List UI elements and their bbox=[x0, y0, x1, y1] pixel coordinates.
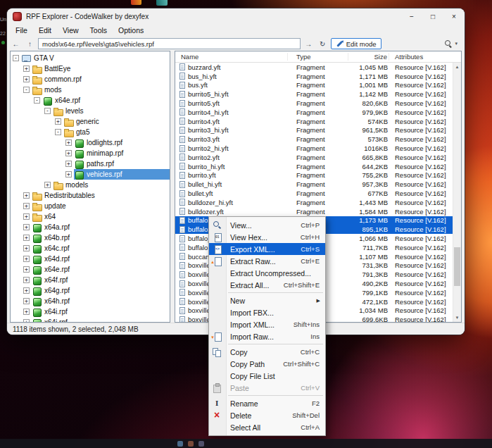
tree-item-x64f-rpf[interactable]: +x64f.rpf bbox=[11, 275, 170, 285]
tree-expander-icon[interactable]: - bbox=[23, 87, 30, 93]
menu-item-new[interactable]: New▶ bbox=[209, 294, 325, 306]
menu-file[interactable]: File bbox=[10, 24, 33, 37]
taskbar[interactable] bbox=[0, 439, 492, 448]
tree-item-generic[interactable]: +generic bbox=[11, 116, 170, 127]
taskbar-icon-2[interactable] bbox=[188, 441, 194, 447]
tree-item-x64b-rpf[interactable]: +x64b.rpf bbox=[11, 232, 170, 243]
tree-expander-icon[interactable]: + bbox=[44, 182, 51, 188]
tree-expander-icon[interactable]: + bbox=[23, 277, 30, 283]
tree-expander-icon[interactable]: + bbox=[23, 287, 30, 294]
tree-item-vehicles-rpf[interactable]: +vehicles.rpf bbox=[11, 169, 170, 180]
tree-item-x64[interactable]: +x64 bbox=[11, 211, 170, 222]
tree-expander-icon[interactable]: + bbox=[23, 309, 30, 315]
minimize-button[interactable]: − bbox=[401, 8, 422, 24]
tree-item-x64h-rpf[interactable]: +x64h.rpf bbox=[11, 296, 170, 306]
file-row-bulldozer-yft[interactable]: bulldozer.yftFragment1,584 MBResource [V… bbox=[175, 207, 453, 216]
file-row-buzzard-yft[interactable]: buzzard.yftFragment1,045 MBResource [V.1… bbox=[175, 63, 453, 72]
file-row-burrito-hi-yft[interactable]: burrito_hi.yftFragment644,2KBResource [V… bbox=[175, 162, 453, 171]
menu-item-extract-raw[interactable]: Extract Raw...Ctrl+E bbox=[209, 255, 325, 267]
close-button[interactable]: × bbox=[443, 8, 465, 24]
menu-item-import-raw[interactable]: Import Raw...Ins bbox=[209, 330, 325, 342]
maximize-button[interactable]: □ bbox=[422, 8, 443, 24]
tree-item-x64j-rpf[interactable]: +x64j.rpf bbox=[11, 317, 170, 323]
file-row-burrito-yft[interactable]: burrito.yftFragment755,2KBResource [V.16… bbox=[175, 171, 453, 180]
tree-expander-icon[interactable]: + bbox=[65, 150, 72, 156]
menu-item-copy-file-list[interactable]: Copy File List bbox=[209, 370, 325, 382]
edit-mode-button[interactable]: Edit mode bbox=[331, 38, 382, 49]
taskbar-icon-1[interactable] bbox=[177, 441, 183, 447]
file-row-burrito4-yft[interactable]: burrito4.yftFragment574KBResource [V.162… bbox=[175, 117, 453, 126]
tree-item-minimap-rpf[interactable]: +minimap.rpf bbox=[11, 148, 170, 158]
tree-item-redistributables[interactable]: +Redistributables bbox=[11, 190, 170, 201]
tree-expander-icon[interactable]: + bbox=[65, 139, 72, 146]
menu-item-paste[interactable]: PasteCtrl+V bbox=[209, 382, 325, 394]
menu-item-rename[interactable]: RenameF2 bbox=[209, 397, 325, 409]
menu-item-extract-all[interactable]: Extract All...Ctrl+Shift+E bbox=[209, 279, 325, 291]
tree-item-common-rpf[interactable]: +common.rpf bbox=[11, 74, 170, 85]
tree-item-lodlights-rpf[interactable]: +lodlights.rpf bbox=[11, 137, 170, 148]
file-row-bullet-yft[interactable]: bullet.yftFragment677KBResource [V.162] bbox=[175, 189, 453, 198]
tree-item-gta-v[interactable]: -GTA V bbox=[11, 53, 170, 63]
file-row-burrito2-yft[interactable]: burrito2.yftFragment665,8KBResource [V.1… bbox=[175, 153, 453, 162]
tree-item-x64d-rpf[interactable]: +x64d.rpf bbox=[11, 254, 170, 264]
column-header-name[interactable]: Name bbox=[175, 53, 288, 61]
file-row-burrito5-yft[interactable]: burrito5.yftFragment820,6KBResource [V.1… bbox=[175, 99, 453, 108]
menu-view[interactable]: View bbox=[57, 24, 84, 37]
file-row-burrito4-hi-yft[interactable]: burrito4_hi.yftFragment979,9KBResource [… bbox=[175, 108, 453, 117]
vertical-scrollbar[interactable] bbox=[453, 63, 461, 322]
tree-item-x64i-rpf[interactable]: +x64i.rpf bbox=[11, 306, 170, 317]
tree-item-x64e-rpf[interactable]: +x64e.rpf bbox=[11, 264, 170, 275]
tree-item-battleye[interactable]: +BattlEye bbox=[11, 63, 170, 74]
file-row-burrito2-hi-yft[interactable]: burrito2_hi.yftFragment1016KBResource [V… bbox=[175, 144, 453, 153]
tree-item-mods[interactable]: -mods bbox=[11, 85, 170, 95]
menu-edit[interactable]: Edit bbox=[33, 24, 57, 37]
file-row-bus-yft[interactable]: bus.yftFragment1,001 MBResource [V.162] bbox=[175, 81, 453, 90]
file-row-bulldozer-hi-yft[interactable]: bulldozer_hi.yftFragment1,443 MBResource… bbox=[175, 198, 453, 207]
search-button[interactable]: ▾ bbox=[445, 40, 462, 48]
scroll-up-icon[interactable] bbox=[453, 63, 461, 71]
tree-item-update[interactable]: +update bbox=[11, 201, 170, 211]
tree-expander-icon[interactable]: + bbox=[23, 245, 30, 251]
path-input[interactable]: mods\x64e.rpf\levels\gta5\vehicles.rpf bbox=[38, 38, 301, 49]
file-row-bus-hi-yft[interactable]: bus_hi.yftFragment1,171 MBResource [V.16… bbox=[175, 72, 453, 81]
tree-item-models[interactable]: +models bbox=[11, 180, 170, 190]
forward-button[interactable]: → bbox=[303, 38, 315, 49]
tree-expander-icon[interactable]: - bbox=[13, 55, 19, 61]
column-header-attributes[interactable]: Attributes bbox=[389, 53, 461, 61]
tree-expander-icon[interactable]: + bbox=[23, 192, 30, 199]
menu-item-import-fbx[interactable]: Import FBX... bbox=[209, 306, 325, 318]
up-button[interactable]: ↑ bbox=[24, 38, 36, 49]
tree-item-paths-rpf[interactable]: +paths.rpf bbox=[11, 158, 170, 169]
tree-expander-icon[interactable]: + bbox=[23, 224, 30, 230]
menu-item-import-xml[interactable]: Import XML...Shift+Ins bbox=[209, 318, 325, 330]
file-row-bullet-hi-yft[interactable]: bullet_hi.yftFragment957,3KBResource [V.… bbox=[175, 180, 453, 189]
taskbar-icon-3[interactable] bbox=[198, 441, 204, 447]
tree-expander-icon[interactable]: + bbox=[23, 298, 30, 304]
file-row-burrito3-hi-yft[interactable]: burrito3_hi.yftFragment961,5KBResource [… bbox=[175, 126, 453, 135]
menu-item-copy-path[interactable]: Copy PathCtrl+Shift+C bbox=[209, 358, 325, 370]
tree-item-x64g-rpf[interactable]: +x64g.rpf bbox=[11, 285, 170, 296]
tree-item-levels[interactable]: -levels bbox=[11, 106, 170, 116]
file-row-burrito3-yft[interactable]: burrito3.yftFragment573KBResource [V.162… bbox=[175, 135, 453, 144]
tree-item-x64e-rpf[interactable]: -x64e.rpf bbox=[11, 95, 170, 106]
tree-item-x64a-rpf[interactable]: +x64a.rpf bbox=[11, 222, 170, 232]
tree-expander-icon[interactable]: + bbox=[23, 256, 30, 262]
tree-expander-icon[interactable]: - bbox=[34, 97, 40, 104]
menu-item-view-hex[interactable]: View Hex...Ctrl+H bbox=[209, 231, 325, 243]
tree-expander-icon[interactable]: + bbox=[23, 213, 30, 220]
menu-options[interactable]: Options bbox=[113, 24, 149, 37]
menu-item-copy[interactable]: CopyCtrl+C bbox=[209, 346, 325, 358]
scroll-down-icon[interactable] bbox=[453, 313, 461, 322]
menu-item-extract-uncompressed[interactable]: Extract Uncompressed... bbox=[209, 267, 325, 279]
tree-expander-icon[interactable]: + bbox=[23, 266, 30, 273]
tree-expander-icon[interactable]: + bbox=[65, 171, 72, 178]
column-header-type[interactable]: Type bbox=[288, 53, 348, 61]
menu-item-export-xml[interactable]: Export XML...Ctrl+S bbox=[209, 243, 325, 255]
scrollbar-thumb[interactable] bbox=[454, 247, 460, 286]
file-row-burrito5-hi-yft[interactable]: burrito5_hi.yftFragment1,142 MBResource … bbox=[175, 89, 453, 99]
tree-expander-icon[interactable]: + bbox=[65, 161, 72, 167]
tree-item-x64c-rpf[interactable]: +x64c.rpf bbox=[11, 243, 170, 254]
title-bar[interactable]: RPF Explorer - CodeWalker by dexyfex − □… bbox=[7, 8, 465, 24]
menu-item-delete[interactable]: DeleteShift+Del bbox=[209, 409, 325, 421]
menu-item-view[interactable]: View...Ctrl+P bbox=[209, 219, 325, 231]
